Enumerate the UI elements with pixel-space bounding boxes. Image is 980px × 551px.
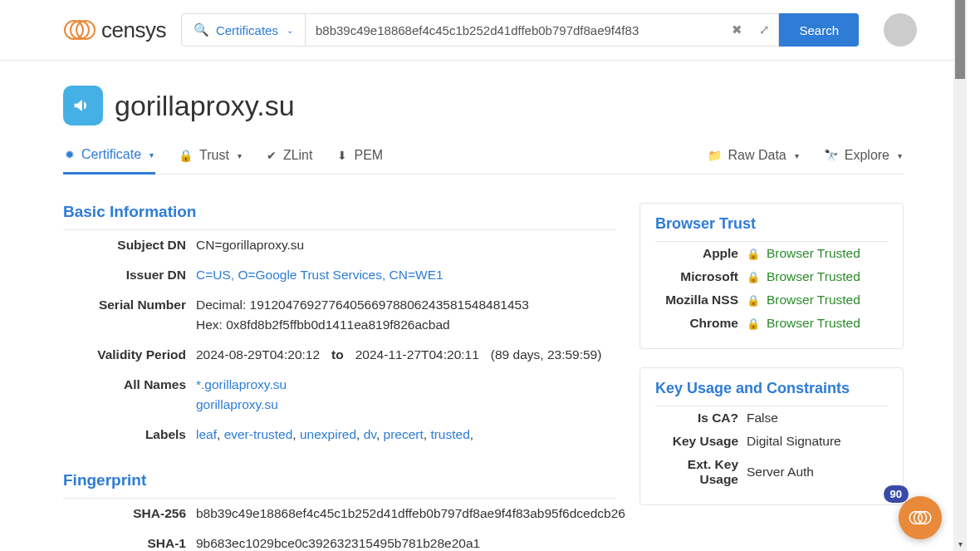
value-is-ca: False xyxy=(747,411,888,426)
trust-status: Browser Trusted xyxy=(767,246,860,261)
tab-trust[interactable]: 🔒Trust▾ xyxy=(177,141,243,173)
expand-search-icon[interactable]: ⤢ xyxy=(751,16,778,44)
label-tag[interactable]: leaf xyxy=(196,427,217,441)
trust-status: Browser Trusted xyxy=(767,269,860,284)
tab-zlint-label: ZLint xyxy=(283,148,313,163)
clear-search-icon[interactable]: ✖ xyxy=(723,16,751,44)
left-column: Basic Information Subject DNCN=gorillapr… xyxy=(63,203,616,551)
content: gorillaproxy.su ✹Certificate▾ 🔒Trust▾ ✔Z… xyxy=(0,61,967,551)
notification-badge[interactable]: 90 xyxy=(884,485,909,503)
value-sha256: b8b39c49e18868ef4c45c1b252d41dffeb0b797d… xyxy=(196,504,625,524)
download-icon: ⬇ xyxy=(337,149,347,162)
label-tag[interactable]: ever-trusted xyxy=(224,427,293,441)
value-ext-key-usage: Server Auth xyxy=(747,457,888,487)
search-input-wrap: ✖ ⤢ xyxy=(306,13,780,47)
fingerprint-title: Fingerprint xyxy=(63,471,616,490)
chevron-down-icon: ▾ xyxy=(238,151,242,160)
trust-status: Browser Trusted xyxy=(767,316,860,331)
binoculars-icon: 🔭 xyxy=(824,149,838,162)
trust-row: Microsoft🔒Browser Trusted xyxy=(655,265,888,288)
label-tag[interactable]: dv xyxy=(364,427,376,441)
chevron-down-icon: ▾ xyxy=(795,151,799,160)
lock-icon: 🔒 xyxy=(747,248,760,260)
label-allnames: All Names xyxy=(63,375,196,415)
basic-info-title: Basic Information xyxy=(63,203,616,221)
label-tag[interactable]: trusted xyxy=(430,427,469,441)
label-sha1: SHA-1 xyxy=(63,534,196,551)
chevron-down-icon: ▾ xyxy=(149,150,154,160)
trust-row: Apple🔒Browser Trusted xyxy=(655,242,888,265)
value-issuer-dn[interactable]: C=US, O=Google Trust Services, CN=WE1 xyxy=(196,268,443,282)
right-column: Browser Trust Apple🔒Browser TrustedMicro… xyxy=(639,203,904,551)
browser-trust-card: Browser Trust Apple🔒Browser TrustedMicro… xyxy=(639,203,904,349)
fingerprint-table: SHA-256b8b39c49e18868ef4c45c1b252d41dffe… xyxy=(63,498,616,551)
tab-explore-label: Explore xyxy=(845,148,889,163)
trust-label: Chrome xyxy=(655,316,747,331)
megaphone-icon xyxy=(63,86,103,125)
tab-certificate[interactable]: ✹Certificate▾ xyxy=(63,140,155,175)
logo-icon xyxy=(63,15,96,45)
lock-icon: 🔒 xyxy=(747,317,760,330)
basic-info-table: Subject DNCN=gorillaproxy.su Issuer DNC=… xyxy=(63,229,616,450)
tab-explore[interactable]: 🔭Explore▾ xyxy=(822,141,904,173)
seal-icon: ✹ xyxy=(65,148,75,161)
search-type-label: Certificates xyxy=(216,23,278,37)
value-subject-dn: CN=gorillaproxy.su xyxy=(196,235,616,255)
app-header: censys 🔍 Certificates ⌄ ✖ ⤢ Search xyxy=(0,0,967,61)
trust-value: 🔒Browser Trusted xyxy=(747,269,888,284)
search-button[interactable]: Search xyxy=(779,13,859,47)
label-tag[interactable]: precert xyxy=(384,427,424,441)
folder-icon: 📁 xyxy=(708,149,722,162)
value-sha1: 9b683ec1029bce0c392632315495b781b28e20a1 xyxy=(196,534,616,551)
search-input[interactable] xyxy=(306,15,724,46)
tab-certificate-label: Certificate xyxy=(81,147,141,162)
logo[interactable]: censys xyxy=(63,15,166,45)
scrollbar-thumb[interactable] xyxy=(955,0,965,79)
scroll-down-icon[interactable]: ▾ xyxy=(953,538,967,551)
label-serial: Serial Number xyxy=(63,295,196,335)
tab-pem-label: PEM xyxy=(354,148,383,163)
help-fab[interactable] xyxy=(899,496,942,539)
trust-status: Browser Trusted xyxy=(767,293,860,307)
key-usage-card: Key Usage and Constraints Is CA?False Ke… xyxy=(639,367,904,505)
trust-label: Mozilla NSS xyxy=(655,293,747,307)
check-icon: ✔ xyxy=(267,149,277,162)
scrollbar[interactable]: ▴ ▾ xyxy=(953,0,967,551)
label-key-usage: Key Usage xyxy=(655,434,747,449)
label-sha256: SHA-256 xyxy=(63,504,196,524)
search-type-dropdown[interactable]: 🔍 Certificates ⌄ xyxy=(181,13,306,47)
browser-trust-title: Browser Trust xyxy=(655,215,888,233)
logo-text: censys xyxy=(101,17,166,43)
label-is-ca: Is CA? xyxy=(655,411,747,426)
tab-pem[interactable]: ⬇PEM xyxy=(336,141,385,173)
tab-trust-label: Trust xyxy=(199,148,229,163)
lock-icon: 🔒 xyxy=(747,271,760,283)
trust-value: 🔒Browser Trusted xyxy=(747,316,888,331)
page-title: gorillaproxy.su xyxy=(115,90,295,122)
tab-raw-data[interactable]: 📁Raw Data▾ xyxy=(706,141,801,173)
chevron-down-icon: ⌄ xyxy=(287,26,293,35)
search-icon: 🔍 xyxy=(194,22,209,37)
label-ext-key-usage: Ext. Key Usage xyxy=(655,457,747,487)
tab-raw-data-label: Raw Data xyxy=(728,148,786,163)
avatar[interactable] xyxy=(884,13,917,47)
value-labels: leaf, ever-trusted, unexpired, dv, prece… xyxy=(196,425,616,445)
tabs: ✹Certificate▾ 🔒Trust▾ ✔ZLint ⬇PEM 📁Raw D… xyxy=(63,140,904,175)
help-fab-wrap: 90 xyxy=(899,496,942,539)
key-usage-title: Key Usage and Constraints xyxy=(655,380,888,397)
lock-icon: 🔒 xyxy=(747,294,760,307)
trust-value: 🔒Browser Trusted xyxy=(747,246,888,261)
label-subject-dn: Subject DN xyxy=(63,235,196,255)
tab-zlint[interactable]: ✔ZLint xyxy=(265,141,315,173)
trust-label: Microsoft xyxy=(655,269,747,284)
label-validity: Validity Period xyxy=(63,345,196,365)
trust-value: 🔒Browser Trusted xyxy=(747,293,888,307)
label-issuer-dn: Issuer DN xyxy=(63,265,196,285)
trust-label: Apple xyxy=(655,246,747,261)
label-tag[interactable]: unexpired xyxy=(300,427,356,441)
title-row: gorillaproxy.su xyxy=(63,86,904,125)
value-key-usage: Digital Signature xyxy=(747,434,888,449)
lock-icon: 🔒 xyxy=(179,149,193,162)
value-allnames: *.gorillaproxy.sugorillaproxy.su xyxy=(196,375,616,415)
chevron-down-icon: ▾ xyxy=(898,151,902,160)
